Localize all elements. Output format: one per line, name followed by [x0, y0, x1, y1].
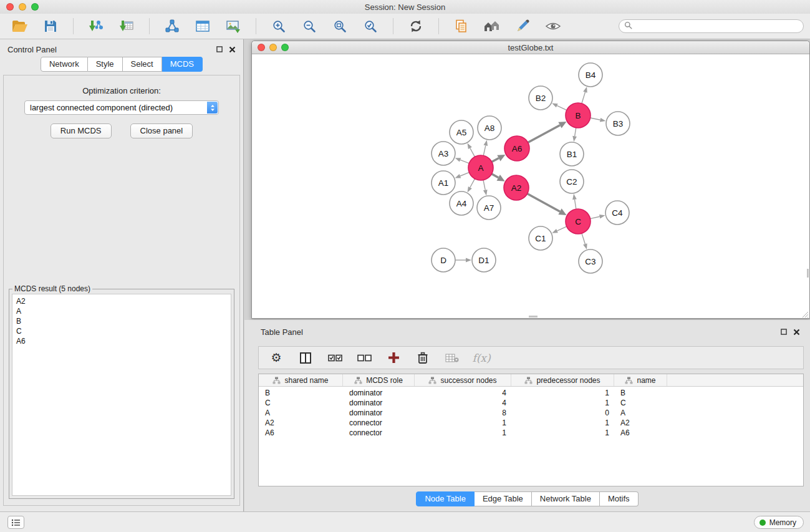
search-box[interactable] [619, 19, 804, 33]
import-network-button[interactable] [86, 17, 106, 36]
graph-edge-C-C4[interactable] [591, 216, 600, 218]
graph-node-D1[interactable]: D1 [472, 248, 496, 272]
tab-network-table[interactable]: Network Table [532, 491, 600, 506]
zoom-selected-button[interactable] [360, 17, 380, 36]
search-input[interactable] [635, 22, 791, 31]
graph-edge-C-C2[interactable] [574, 200, 576, 210]
float-table-panel-icon[interactable] [781, 329, 787, 335]
graph-edge-A2-C[interactable] [528, 194, 560, 212]
deselect-all-rows-button[interactable] [356, 349, 372, 367]
graph-node-A1[interactable]: A1 [432, 171, 455, 195]
zoom-fit-button[interactable] [330, 17, 350, 36]
graph-edge-A-A8[interactable] [483, 145, 486, 155]
select-all-rows-button[interactable] [327, 349, 343, 367]
graph-node-B4[interactable]: B4 [579, 63, 602, 87]
mcds-result-item[interactable]: A2 [16, 296, 227, 306]
memory-button[interactable]: Memory [754, 516, 804, 529]
window-close-button[interactable] [6, 3, 14, 11]
tab-style[interactable]: Style [88, 57, 123, 72]
graph-edge-B-B3[interactable] [591, 118, 600, 120]
graph-node-A8[interactable]: A8 [478, 116, 501, 140]
graph-node-C[interactable]: C [566, 209, 591, 234]
graph-edge-A-A2[interactable] [491, 174, 498, 178]
graph-node-B1[interactable]: B1 [560, 142, 584, 166]
tab-mcds[interactable]: MCDS [162, 57, 203, 72]
vertical-scroll-mark[interactable] [807, 269, 809, 278]
show-columns-button[interactable] [297, 349, 314, 367]
window-minimize-button[interactable] [19, 3, 26, 11]
graph-edge-A-A3[interactable] [460, 160, 469, 163]
function-builder-button[interactable]: f(x) [473, 349, 489, 367]
window-zoom-button[interactable] [31, 3, 39, 11]
tab-motifs[interactable]: Motifs [600, 491, 639, 506]
import-table-button[interactable] [117, 17, 137, 36]
network-minimize-button[interactable] [269, 44, 277, 51]
graph-node-A2[interactable]: A2 [504, 175, 529, 200]
graph-edge-A-A5[interactable] [470, 148, 475, 157]
graph-node-A6[interactable]: A6 [504, 136, 529, 161]
column-header-shared-name[interactable]: shared name [259, 374, 343, 386]
home-button[interactable] [482, 17, 502, 36]
graph-node-C3[interactable]: C3 [579, 249, 602, 273]
network-canvas[interactable]: B4B2BB3A5A8A6B1A3AC2A1A2A4A7C4CC1C3DD1 [252, 54, 809, 318]
table-row[interactable]: Bdominator41B [259, 388, 803, 398]
open-file-button[interactable] [10, 17, 30, 36]
close-table-panel-icon[interactable] [793, 329, 800, 336]
tab-select[interactable]: Select [123, 57, 162, 72]
mcds-result-item[interactable]: A [16, 306, 227, 316]
graph-node-B2[interactable]: B2 [529, 86, 552, 110]
optimization-criterion-select[interactable]: largest connected component (directed) [24, 100, 219, 115]
zoom-out-button[interactable] [299, 17, 319, 36]
export-image-button[interactable] [223, 17, 243, 36]
mcds-result-item[interactable]: B [16, 316, 227, 326]
column-header-successor-nodes[interactable]: successor nodes [415, 374, 511, 386]
mcds-result-list[interactable]: A2ABCA6 [12, 294, 231, 496]
eye-button[interactable] [543, 17, 563, 36]
network-zoom-button[interactable] [281, 44, 289, 51]
graph-node-B3[interactable]: B3 [606, 112, 630, 135]
copy-button[interactable] [451, 17, 471, 36]
graph-node-B[interactable]: B [566, 103, 591, 128]
graph-node-D[interactable]: D [432, 248, 455, 272]
network-table-button[interactable] [193, 17, 213, 36]
table-row[interactable]: Cdominator41C [259, 398, 803, 408]
graph-node-C4[interactable]: C4 [605, 201, 629, 225]
task-history-button[interactable] [7, 516, 24, 529]
graph-edge-B-B4[interactable] [582, 92, 586, 104]
table-row[interactable]: A6connector11A6 [259, 428, 803, 438]
network-close-button[interactable] [258, 44, 265, 51]
close-panel-button[interactable]: Close panel [130, 123, 193, 138]
graph-node-A4[interactable]: A4 [450, 191, 473, 215]
graph-edge-A-A7[interactable] [483, 180, 485, 190]
save-session-button[interactable] [41, 17, 60, 36]
create-column-button[interactable] [385, 349, 402, 367]
graph-node-A[interactable]: A [468, 155, 493, 180]
column-header-predecessor-nodes[interactable]: predecessor nodes [511, 374, 614, 386]
annotation-button[interactable] [513, 17, 533, 36]
tab-node-table[interactable]: Node Table [416, 491, 475, 506]
run-mcds-button[interactable]: Run MCDS [51, 123, 112, 138]
graph-edge-C-C3[interactable] [582, 233, 585, 244]
import-table-small-button[interactable] [444, 349, 460, 367]
graph-edge-C-C1[interactable] [557, 226, 566, 231]
graph-edge-A6-B[interactable] [528, 125, 560, 143]
mcds-result-item[interactable]: A6 [16, 336, 227, 346]
graph-edge-A-A6[interactable] [492, 158, 499, 162]
table-mode-gear-button[interactable]: ⚙ [268, 349, 284, 367]
graph-edge-A-A4[interactable] [470, 179, 475, 188]
graph-edge-B-B2[interactable] [557, 105, 567, 110]
tab-network[interactable]: Network [41, 57, 88, 72]
delete-columns-button[interactable] [415, 349, 431, 367]
graph-node-C1[interactable]: C1 [529, 226, 552, 250]
graph-edge-A-A1[interactable] [460, 172, 470, 176]
new-network-button[interactable] [162, 17, 182, 36]
table-row[interactable]: Adominator80A [259, 408, 803, 418]
tab-edge-table[interactable]: Edge Table [475, 491, 532, 506]
graph-node-A7[interactable]: A7 [477, 196, 501, 220]
refresh-button[interactable] [406, 17, 426, 36]
graph-edge-B-B1[interactable] [575, 128, 576, 137]
graph-node-C2[interactable]: C2 [560, 170, 584, 193]
float-panel-icon[interactable] [216, 46, 223, 52]
graph-node-A5[interactable]: A5 [450, 120, 473, 144]
zoom-in-button[interactable] [269, 17, 289, 36]
